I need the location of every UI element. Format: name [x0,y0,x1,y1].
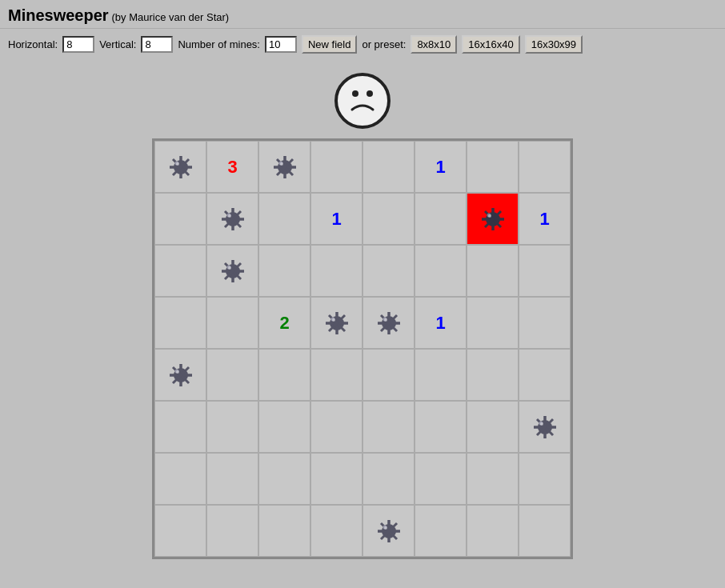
svg-point-43 [332,318,335,322]
cell[interactable] [154,349,206,401]
cell[interactable]: 2 [258,297,310,349]
cell[interactable] [519,141,571,193]
cell[interactable] [154,453,206,505]
cell[interactable] [206,349,258,401]
cell[interactable] [310,245,362,297]
cell[interactable] [519,401,571,453]
cell[interactable] [154,193,206,245]
mines-label: Number of mines: [178,38,260,50]
cell[interactable] [467,245,519,297]
controls-bar: Horizontal: Vertical: Number of mines: N… [0,29,725,60]
cell[interactable] [206,245,258,297]
vertical-label: Vertical: [99,38,136,50]
cell[interactable] [206,193,258,245]
cell[interactable] [310,401,362,453]
app-subtitle: (by Maurice van der Star) [112,11,230,23]
mine-icon [375,309,403,338]
cell[interactable] [415,193,467,245]
mine-icon [531,413,559,442]
cell[interactable]: 1 [415,141,467,193]
cell[interactable] [310,297,362,349]
preset-16x16x40-button[interactable]: 16x16x40 [462,35,519,54]
svg-point-57 [176,370,179,374]
mine-icon [270,153,299,182]
mine-icon [218,257,247,286]
or-preset-label: or preset: [362,38,406,50]
cell[interactable] [519,349,571,401]
grid-area: 3 1 1 [0,138,725,575]
cell[interactable] [310,505,362,557]
cell[interactable] [258,141,310,193]
cell[interactable] [258,453,310,505]
cell[interactable] [362,349,415,401]
cell[interactable] [258,401,310,453]
cell[interactable] [154,245,206,297]
cell[interactable] [467,453,519,505]
cell[interactable] [362,453,415,505]
cell[interactable] [519,297,571,349]
cell[interactable] [154,401,206,453]
svg-point-1 [367,90,373,97]
face-svg [339,78,386,124]
cell[interactable] [310,141,362,193]
cell[interactable] [206,453,258,505]
cell[interactable] [206,297,258,349]
cell[interactable] [519,245,571,297]
cell[interactable] [362,141,415,193]
cell[interactable] [362,245,415,297]
mine-icon [166,153,195,182]
cell[interactable]: 1 [519,193,571,245]
preset-16x30x99-button[interactable]: 16x30x99 [525,35,583,54]
cell[interactable] [415,453,467,505]
minesweeper-grid: 3 1 1 [152,138,573,559]
cell[interactable] [258,505,310,557]
svg-point-64 [540,422,543,426]
grid-row: 1 1 [154,193,571,245]
cell[interactable] [362,297,415,349]
cell[interactable] [362,505,415,557]
cell[interactable] [310,349,362,401]
grid-row [154,505,571,557]
cell[interactable] [467,349,519,401]
cell[interactable] [362,401,415,453]
cell[interactable] [467,505,519,557]
cell[interactable] [154,141,206,193]
cell[interactable] [362,193,415,245]
cell[interactable] [154,297,206,349]
preset-8x8x10-button[interactable]: 8x8x10 [411,35,457,54]
cell[interactable]: 3 [206,141,258,193]
face-area [0,60,725,138]
cell[interactable] [258,193,310,245]
mine-icon [375,517,403,546]
cell[interactable]: 1 [310,193,362,245]
app-title: Minesweeper [8,6,109,24]
mines-input[interactable] [265,36,297,53]
cell[interactable] [310,453,362,505]
svg-point-8 [176,162,179,166]
horizontal-input[interactable] [62,36,94,53]
cell[interactable] [415,401,467,453]
cell[interactable] [519,453,571,505]
cell[interactable] [415,245,467,297]
cell[interactable] [415,349,467,401]
horizontal-label: Horizontal: [8,38,58,50]
grid-row [154,349,571,401]
grid-row [154,245,571,297]
cell[interactable] [154,505,206,557]
cell[interactable] [467,401,519,453]
cell[interactable] [467,297,519,349]
mine-red-icon [479,205,507,234]
cell[interactable] [258,349,310,401]
cell[interactable] [206,401,258,453]
cell[interactable] [415,505,467,557]
cell[interactable] [467,141,519,193]
smiley-face[interactable] [334,73,391,129]
svg-point-15 [280,162,283,166]
vertical-input[interactable] [141,36,173,53]
cell[interactable] [519,505,571,557]
cell[interactable] [467,193,519,245]
cell[interactable] [258,245,310,297]
cell[interactable] [206,505,258,557]
new-field-button[interactable]: New field [302,35,357,54]
cell[interactable]: 1 [415,297,467,349]
